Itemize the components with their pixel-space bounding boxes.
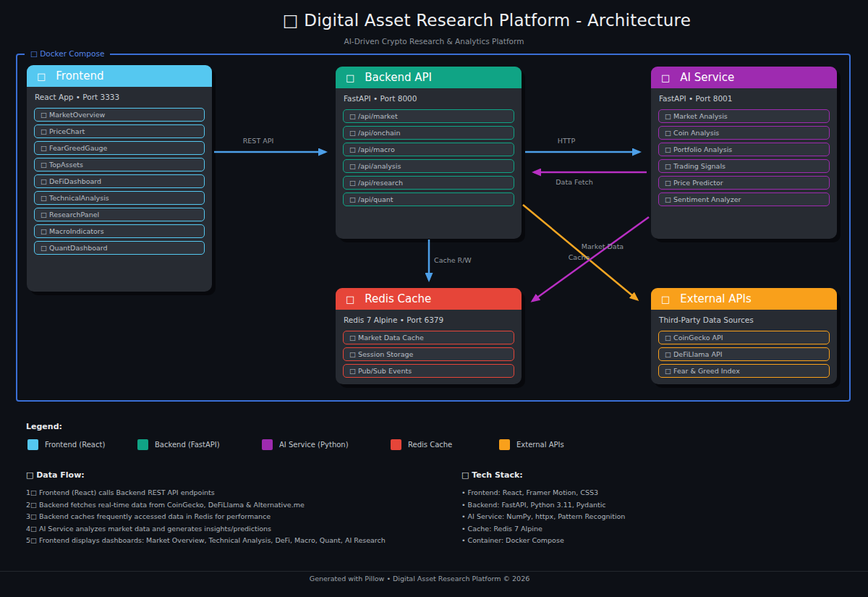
tech-stack-item: • Backend: FastAPI, Python 3.11, Pydanti… [461,501,794,513]
legend-swatch-redis [391,439,401,450]
backend-body: FastAPI • Port 8000 □ /api/market □ /api… [336,88,522,206]
frontend-item: □ FearGreedGauge [34,141,205,155]
service-card-redis: □ Redis Cache Redis 7 Alpine • Port 6379… [336,288,522,384]
tech-stack-item: • Frontend: React, Framer Motion, CSS3 [461,488,794,501]
redis-item: □ Session Storage [343,347,514,361]
legend-swatch-external-apis [499,439,510,450]
external-apis-item: □ Fear & Greed Index [658,364,830,378]
redis-title: Redis Cache [365,292,431,305]
legend-item: Redis Cache [391,439,452,450]
legend-label: Redis Cache [408,441,452,449]
data-flow-item: 2□ Backend fetches real-time data from C… [26,501,431,513]
backend-item: □ /api/onchain [343,126,514,140]
ai-service-title: AI Service [680,71,734,84]
legend-label: External APIs [516,441,564,449]
tech-stack-item: • AI Service: NumPy, httpx, Pattern Reco… [461,512,794,525]
backend-icon: □ [346,72,354,83]
footer-divider [0,571,868,572]
external-apis-header: □ External APIs [651,288,837,310]
tech-stack-section: □ Tech Stack: • Frontend: React, Framer … [461,470,794,549]
redis-header: □ Redis Cache [336,288,522,310]
frontend-body: React App • Port 3333 □ MarketOverview □… [27,87,212,255]
backend-header: □ Backend API [336,67,522,88]
ai-service-body: FastAPI • Port 8001 □ Market Analysis □ … [651,88,837,206]
footer-text: Generated with Pillow • Digital Asset Re… [0,575,839,583]
frontend-item: □ MacroIndicators [34,224,205,238]
backend-subtitle: FastAPI • Port 8000 [344,94,514,103]
tech-stack-item: • Container: Docker Compose [461,536,794,549]
redis-subtitle: Redis 7 Alpine • Port 6379 [344,316,514,324]
frontend-subtitle: React App • Port 3333 [35,93,205,101]
legend-item: Frontend (React) [27,439,105,450]
external-apis-item: □ CoinGecko API [658,331,830,344]
service-card-frontend: □ Frontend React App • Port 3333 □ Marke… [27,65,212,292]
backend-item: □ /api/market [343,109,514,123]
frontend-header: □ Frontend [27,65,212,87]
ai-service-icon: □ [661,72,670,83]
backend-item: □ /api/quant [343,192,514,206]
tech-stack-title: □ Tech Stack: [461,470,794,480]
service-card-ai-service: □ AI Service FastAPI • Port 8001 □ Marke… [651,67,837,239]
legend-swatch-backend [137,439,148,450]
legend-swatch-frontend [27,439,38,450]
data-flow-title: □ Data Flow: [26,470,431,480]
backend-item: □ /api/analysis [343,159,514,173]
legend-label: Backend (FastAPI) [155,441,220,449]
ai-service-header: □ AI Service [651,67,837,88]
ai-service-subtitle: FastAPI • Port 8001 [659,94,830,103]
frontend-icon: □ [37,71,46,82]
backend-item: □ /api/macro [343,143,514,156]
external-apis-body: Third-Party Data Sources □ CoinGecko API… [651,310,837,378]
frontend-item: □ PriceChart [34,124,205,138]
external-apis-subtitle: Third-Party Data Sources [659,316,830,324]
redis-icon: □ [346,294,354,305]
frontend-item: □ DeFiDashboard [34,174,205,188]
frontend-item: □ MarketOverview [34,108,205,122]
backend-item: □ /api/research [343,176,514,190]
legend-item: AI Service (Python) [262,439,349,450]
legend-swatch-ai-service [262,439,273,450]
ai-service-item: □ Sentiment Analyzer [658,192,830,206]
redis-item: □ Market Data Cache [343,331,514,344]
frontend-item: □ TopAssets [34,158,205,172]
external-apis-title: External APIs [680,292,752,305]
service-card-external-apis: □ External APIs Third-Party Data Sources… [651,288,837,384]
docker-compose-label: □ Docker Compose [25,49,110,58]
ai-service-item: □ Market Analysis [658,109,830,123]
frontend-title: Frontend [56,69,103,82]
legend-label: Frontend (React) [45,441,105,449]
ai-service-item: □ Coin Analysis [658,126,830,140]
legend-title: Legend: [26,422,62,431]
frontend-item: □ QuantDashboard [34,241,205,255]
legend-label: AI Service (Python) [279,441,349,449]
ai-service-item: □ Portfolio Analysis [658,143,830,156]
backend-title: Backend API [365,71,432,84]
redis-item: □ Pub/Sub Events [343,364,514,378]
data-flow-item: 1□ Frontend (React) calls Backend REST A… [26,488,431,501]
frontend-item: □ ResearchPanel [34,208,205,221]
ai-service-item: □ Trading Signals [658,159,830,173]
page-title: □ Digital Asset Research Platform - Arch… [0,11,868,30]
service-card-backend: □ Backend API FastAPI • Port 8000 □ /api… [336,67,522,239]
ai-service-item: □ Price Predictor [658,176,830,190]
redis-body: Redis 7 Alpine • Port 6379 □ Market Data… [336,310,522,378]
page-subtitle: AI-Driven Crypto Research & Analytics Pl… [0,37,868,46]
data-flow-item: 5□ Frontend displays dashboards: Market … [26,536,431,549]
data-flow-item: 3□ Backend caches frequently accessed da… [26,512,431,525]
external-apis-icon: □ [661,294,670,305]
data-flow-item: 4□ AI Service analyzes market data and g… [26,525,431,537]
legend-item: Backend (FastAPI) [137,439,220,450]
external-apis-item: □ DeFiLlama API [658,347,830,361]
tech-stack-item: • Cache: Redis 7 Alpine [461,525,794,537]
data-flow-section: □ Data Flow: 1□ Frontend (React) calls B… [26,470,431,549]
frontend-item: □ TechnicalAnalysis [34,191,205,205]
legend-item: External APIs [499,439,564,450]
